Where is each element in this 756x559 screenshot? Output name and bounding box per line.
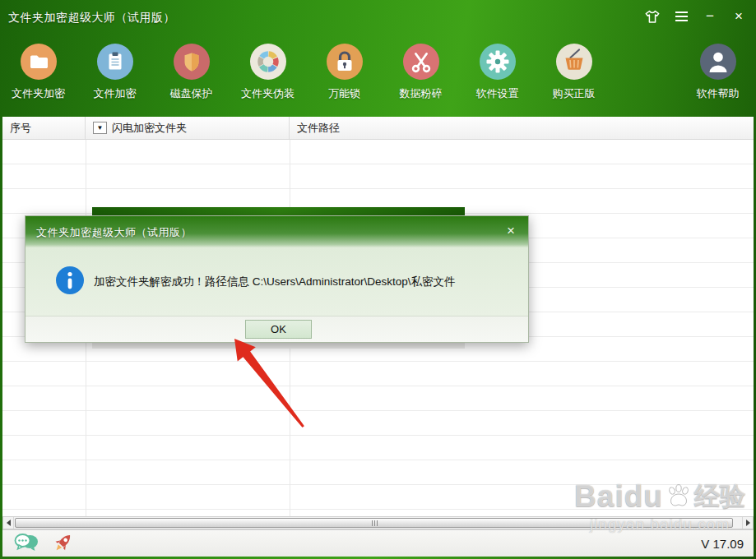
column-filter-dropdown[interactable]: ▼ <box>93 122 107 134</box>
triangle-left-icon <box>7 520 11 526</box>
toolbar-label: 万能锁 <box>328 86 360 101</box>
table-header: 序号 ▼ 闪电加密文件夹 文件路径 <box>2 117 754 140</box>
toolbar: 文件夹加密 文件加密 磁盘保护 <box>0 33 756 117</box>
dialog-button-area: OK <box>26 316 528 342</box>
toolbar-item-data-shred[interactable]: 数据粉碎 <box>383 33 459 117</box>
column-header-encrypted-folder[interactable]: ▼ 闪电加密文件夹 <box>86 117 290 139</box>
column-header-path[interactable]: 文件路径 <box>290 117 754 139</box>
basket-icon <box>556 44 592 80</box>
lock-icon <box>327 44 363 80</box>
skin-icon[interactable] <box>642 6 663 27</box>
toolbar-label: 磁盘保护 <box>170 86 213 101</box>
app-window: 文件夹加密超级大师（试用版） − × 文件夹加密 <box>0 0 756 559</box>
chat-support-icon[interactable] <box>14 533 39 554</box>
toolbar-item-help[interactable]: 软件帮助 <box>679 33 756 117</box>
shield-icon <box>174 44 210 80</box>
folder-icon <box>21 44 57 80</box>
dialog-message: 加密文件夹解密成功！路径信息 C:\Users\Administrator\De… <box>94 247 518 316</box>
toolbar-item-file-encrypt[interactable]: 文件加密 <box>77 33 153 117</box>
toolbar-item-buy[interactable]: 购买正版 <box>536 33 612 117</box>
version-label: V 17.09 <box>701 537 744 551</box>
menu-icon[interactable] <box>670 6 692 27</box>
dialog-titlebar: 文件夹加密超级大师（试用版） × <box>26 216 528 247</box>
message-dialog: 文件夹加密超级大师（试用版） × 加密文件夹解密成功！路径信息 C:\Users… <box>25 215 529 343</box>
statusbar: V 17.09 <box>2 529 754 557</box>
file-icon <box>97 44 133 80</box>
toolbar-label: 数据粉碎 <box>400 86 443 101</box>
chevron-down-icon: ▼ <box>97 124 104 132</box>
rocket-icon[interactable] <box>50 531 75 556</box>
toolbar-label: 文件夹伪装 <box>241 86 295 101</box>
scissors-icon <box>403 44 439 80</box>
triangle-right-icon <box>746 520 750 526</box>
minimize-button[interactable]: − <box>699 6 721 27</box>
horizontal-scrollbar[interactable] <box>2 516 754 529</box>
dialog-close-button[interactable]: × <box>502 222 520 240</box>
info-icon <box>55 266 85 298</box>
titlebar: 文件夹加密超级大师（试用版） − × <box>0 0 756 33</box>
scrollbar-thumb[interactable] <box>15 518 733 528</box>
toolbar-item-folder-encrypt[interactable]: 文件夹加密 <box>0 33 77 117</box>
column-header-index[interactable]: 序号 <box>2 117 86 139</box>
scroll-left-button[interactable] <box>3 517 14 529</box>
window-controls: − × <box>642 0 749 33</box>
column-header-label: 闪电加密文件夹 <box>112 121 187 136</box>
toolbar-item-settings[interactable]: 软件设置 <box>459 33 536 117</box>
toolbar-item-universal-lock[interactable]: 万能锁 <box>306 33 383 117</box>
toolbar-item-disk-protect[interactable]: 磁盘保护 <box>153 33 230 117</box>
user-icon <box>700 44 736 80</box>
window-title: 文件夹加密超级大师（试用版） <box>8 11 175 25</box>
toolbar-label: 文件夹加密 <box>12 86 65 101</box>
toolbar-label: 软件设置 <box>476 86 519 101</box>
scroll-right-button[interactable] <box>742 517 753 529</box>
ok-button[interactable]: OK <box>245 320 312 339</box>
toolbar-label: 文件加密 <box>94 86 137 101</box>
dialog-body: 加密文件夹解密成功！路径信息 C:\Users\Administrator\De… <box>26 247 528 316</box>
scrollbar-grip-icon <box>374 520 375 526</box>
dialog-title: 文件夹加密超级大师（试用版） <box>36 225 192 240</box>
toolbar-label: 购买正版 <box>553 86 596 101</box>
gear-icon <box>480 44 516 80</box>
toolbar-label: 软件帮助 <box>697 86 740 101</box>
close-button[interactable]: × <box>728 6 749 27</box>
toolbar-item-folder-disguise[interactable]: 文件夹伪装 <box>230 33 306 117</box>
colorwheel-icon <box>250 44 286 80</box>
